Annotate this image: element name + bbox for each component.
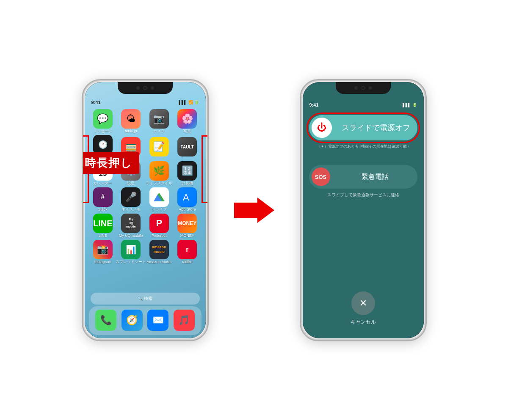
money-label: MONEY bbox=[180, 234, 194, 238]
phone-dock-icon: 📞 bbox=[95, 310, 116, 331]
cancel-area: ✕ キャンセル bbox=[351, 291, 376, 326]
app-voice[interactable]: 🎤 ボイスメモ bbox=[119, 187, 143, 212]
voice-label: ボイスメモ bbox=[121, 208, 141, 212]
search-bar[interactable]: 🔍 検索 bbox=[91, 293, 200, 305]
radiko-icon: r bbox=[177, 240, 197, 259]
sheets-label: スプレッドシート bbox=[116, 260, 146, 264]
app-money[interactable]: MONEY MONEY bbox=[175, 214, 199, 238]
status-time: 9:41 bbox=[91, 100, 101, 105]
app-instagram[interactable]: 📸 Instagram bbox=[91, 240, 115, 264]
pinterest-icon: P bbox=[149, 214, 169, 233]
power-off-screen: 9:41 ▌▌▌ 🔋 ⏻ スライドで電源オフ bbox=[303, 82, 424, 338]
dock-safari[interactable]: 🧭 bbox=[121, 310, 143, 332]
status-bar2: 9:41 ▌▌▌ 🔋 bbox=[303, 97, 424, 110]
power-slider-handle[interactable]: ⏻ bbox=[312, 118, 332, 138]
music-dock-icon: 🎵 bbox=[174, 310, 195, 331]
instagram-icon: 📸 bbox=[93, 240, 113, 259]
camera-label: カメラ bbox=[153, 129, 165, 134]
slack-label: Slack bbox=[98, 208, 108, 212]
safari-dock-icon: 🧭 bbox=[121, 310, 143, 331]
lifestyle-label: ライフスタイル bbox=[146, 181, 172, 186]
cancel-button[interactable]: ✕ bbox=[351, 291, 375, 315]
app-radiko[interactable]: r radiko bbox=[175, 240, 199, 264]
app-messages[interactable]: 💬 メッセージ bbox=[91, 109, 115, 134]
sos-container: SOS 緊急電話 スワイプして緊急通報サービスに連絡 bbox=[309, 165, 417, 201]
app-tenki[interactable]: 🌤 tenki.jp bbox=[119, 109, 143, 134]
money-icon: MONEY bbox=[177, 214, 197, 233]
wifi-icon: 📶 bbox=[188, 100, 193, 104]
dock: 📞 🧭 ✉️ 🎵 bbox=[89, 306, 202, 335]
scene: 同時長押し 9:41 ▌▌▌ 📶 🔋 bbox=[0, 0, 508, 420]
notes-icon: 📝 bbox=[149, 137, 169, 156]
sheets-icon: 📊 bbox=[121, 240, 141, 259]
right-button-highlight bbox=[202, 135, 209, 203]
app-row-6: 📸 Instagram 📊 スプレッドシート amazonmusic Amazo… bbox=[89, 240, 202, 264]
app-drive[interactable]: ドライブ bbox=[147, 187, 171, 212]
power-slider[interactable]: ⏻ スライドで電源オフ bbox=[309, 115, 417, 140]
app-notes[interactable]: 📝 bbox=[147, 137, 171, 157]
lifestyle-icon: 🌿 bbox=[149, 161, 169, 181]
cancel-label: キャンセル bbox=[351, 318, 376, 326]
sos-button[interactable]: SOS bbox=[312, 167, 330, 186]
pinterest-label: Pinterest bbox=[152, 234, 167, 238]
app-sheets[interactable]: 📊 スプレッドシート bbox=[119, 240, 143, 264]
app-appstore[interactable]: A App Store bbox=[175, 187, 199, 212]
location-notice: （✦）電源オフのあとも iPhone の所在地は確認可能 › bbox=[317, 144, 409, 149]
mail-dock-icon: ✉️ bbox=[147, 310, 168, 331]
phone1-screen: 9:41 ▌▌▌ 📶 🔋 💬 メッセージ bbox=[85, 82, 206, 338]
power-icon: ⏻ bbox=[317, 122, 326, 133]
app-line[interactable]: LINE LINE bbox=[91, 214, 115, 238]
appstore-icon: A bbox=[177, 187, 197, 207]
status-bar: 9:41 ▌▌▌ 📶 🔋 bbox=[85, 95, 206, 107]
app-photos[interactable]: 🌸 写真 bbox=[175, 109, 199, 134]
sos-slider[interactable]: SOS 緊急電話 bbox=[309, 165, 417, 189]
arrow-body bbox=[234, 203, 257, 218]
app-row-4: # Slack 🎤 ボイスメモ ドライブ bbox=[89, 187, 202, 212]
cancel-icon: ✕ bbox=[359, 298, 367, 309]
app-lifestyle[interactable]: 🌿 ライフスタイル bbox=[147, 161, 171, 186]
notch-dot bbox=[136, 86, 140, 90]
status-icons2: ▌▌▌ 🔋 bbox=[403, 103, 417, 107]
messages-label: メッセージ bbox=[93, 129, 112, 134]
tenki-icon: 🌤 bbox=[121, 109, 141, 129]
uq-icon: MyUQmobile bbox=[121, 214, 141, 233]
app-amazon[interactable]: amazonmusic Amazon Music bbox=[147, 240, 171, 264]
app-slack[interactable]: # Slack bbox=[91, 187, 115, 212]
notch-dot2 bbox=[151, 86, 154, 90]
home-screen: 9:41 ▌▌▌ 📶 🔋 💬 メッセージ bbox=[85, 82, 206, 338]
power-slider-container: ⏻ スライドで電源オフ bbox=[309, 115, 417, 140]
appstore-label: App Store bbox=[179, 208, 196, 212]
line-label: LINE bbox=[99, 234, 107, 238]
battery-icon2: 🔋 bbox=[412, 103, 417, 107]
settings-label: 設定 bbox=[127, 181, 135, 186]
signal-icon2: ▌▌▌ bbox=[403, 103, 411, 107]
app-pinterest[interactable]: P Pinterest bbox=[147, 214, 171, 238]
app-camera[interactable]: 📷 カメラ bbox=[147, 109, 171, 134]
app-calc[interactable]: 🔢 計算機 bbox=[175, 161, 199, 186]
phone2-screen: 9:41 ▌▌▌ 🔋 ⏻ スライドで電源オフ bbox=[303, 82, 424, 338]
front-camera bbox=[143, 86, 147, 90]
long-press-label: 同時長押し bbox=[82, 152, 139, 174]
power-slider-text: スライドで電源オフ bbox=[337, 123, 415, 133]
app-uq[interactable]: MyUQmobile My UQ mobile bbox=[119, 214, 143, 238]
dock-music[interactable]: 🎵 bbox=[174, 310, 195, 332]
arrow-right bbox=[234, 198, 274, 223]
calc-icon: 🔢 bbox=[177, 161, 197, 181]
uq-label: My UQ mobile bbox=[119, 234, 143, 238]
dock-phone[interactable]: 📞 bbox=[95, 310, 116, 332]
status-icons: ▌▌▌ 📶 🔋 bbox=[179, 100, 199, 104]
app-grid: 💬 メッセージ 🌤 tenki.jp 📷 カメラ 🌸 bbox=[85, 107, 206, 291]
phone1-frame: 同時長押し 9:41 ▌▌▌ 📶 🔋 bbox=[82, 79, 209, 341]
volume-up-button[interactable] bbox=[82, 118, 83, 133]
fault-icon: FAULT bbox=[177, 137, 197, 156]
power-button-left[interactable] bbox=[207, 146, 209, 184]
app-fault[interactable]: FAULT bbox=[175, 137, 199, 157]
slack-icon: # bbox=[93, 187, 113, 207]
svg-text:A: A bbox=[183, 192, 189, 203]
photos-icon: 🌸 bbox=[177, 109, 197, 129]
power-button-phone2[interactable] bbox=[425, 146, 427, 184]
radiko-label: radiko bbox=[182, 260, 193, 264]
notch bbox=[118, 82, 173, 94]
messages-icon: 💬 bbox=[93, 109, 113, 129]
dock-mail[interactable]: ✉️ bbox=[147, 310, 168, 332]
